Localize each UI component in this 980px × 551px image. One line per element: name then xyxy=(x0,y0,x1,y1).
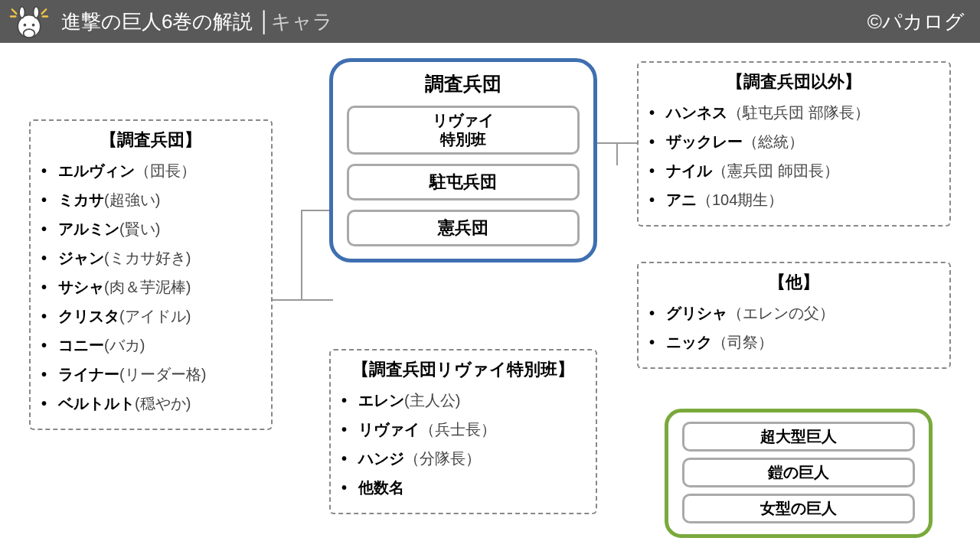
character-item: ナイル（憲兵団 師団長） xyxy=(649,156,939,185)
character-item: クリスタ(アイドル) xyxy=(41,302,260,331)
character-note: (リーダー格) xyxy=(119,366,206,383)
character-note: （エレンの父） xyxy=(727,305,835,321)
box-title: 【調査兵団】 xyxy=(41,129,260,152)
connector-line xyxy=(616,142,618,165)
svg-point-5 xyxy=(32,24,35,27)
titan-box: 女型の巨人 xyxy=(682,494,915,523)
character-note: （駐屯兵団 部隊長） xyxy=(727,104,870,121)
header-left: 進撃の巨人6巻の解説 │キャラ xyxy=(8,2,333,41)
character-name: リヴァイ xyxy=(358,421,420,438)
character-item: ザックレー（総統） xyxy=(649,127,939,156)
character-item: エレン(主人公) xyxy=(341,386,585,415)
character-item: ライナー(リーダー格) xyxy=(41,360,260,389)
character-note: （兵士長） xyxy=(420,421,496,438)
garrison-box: 駐屯兵団 xyxy=(347,164,580,201)
character-name: クリスタ xyxy=(58,308,119,324)
title-sub: キャラ xyxy=(271,10,333,33)
character-name: ミカサ xyxy=(58,191,104,208)
character-name: グリシャ xyxy=(666,305,727,321)
character-note: (肉＆芋泥棒) xyxy=(104,279,191,295)
character-item: ハンジ（分隊長） xyxy=(341,444,585,473)
character-item: ミカサ(超強い) xyxy=(41,185,260,214)
character-list: エレン(主人公)リヴァイ（兵士長）ハンジ（分隊長）他数名 xyxy=(341,386,585,502)
diagram-canvas: 【調査兵団】 エルヴィン（団長）ミカサ(超強い)アルミン(賢い)ジャン(ミカサ好… xyxy=(0,43,980,551)
character-note: (アイドル) xyxy=(119,308,191,324)
character-name: ニック xyxy=(666,334,712,350)
character-name: アルミン xyxy=(58,220,119,237)
connector-line xyxy=(301,210,332,211)
box-title: 【調査兵団以外】 xyxy=(649,70,939,93)
character-item: 他数名 xyxy=(341,473,585,502)
character-item: サシャ(肉＆芋泥棒) xyxy=(41,272,260,302)
character-name: ナイル xyxy=(666,162,712,179)
character-item: アニ（104期生） xyxy=(649,185,939,214)
levi-squad-members-box: 【調査兵団リヴァイ特別班】 エレン(主人公)リヴァイ（兵士長）ハンジ（分隊長）他… xyxy=(329,349,597,514)
character-name: ザックレー xyxy=(666,133,743,150)
character-name: エルヴィン xyxy=(58,162,135,179)
title-main: 進撃の巨人6巻の解説 xyxy=(61,10,253,33)
svg-point-3 xyxy=(24,29,35,37)
character-note: （憲兵団 師団長） xyxy=(712,162,839,179)
character-note: （104期生） xyxy=(697,191,783,208)
titan-box: 鎧の巨人 xyxy=(682,458,915,487)
levi-squad-box: リヴァイ 特別班 xyxy=(347,106,580,155)
character-item: アルミン(賢い) xyxy=(41,214,260,243)
character-list: ハンネス（駐屯兵団 部隊長）ザックレー（総統）ナイル（憲兵団 師団長）アニ（10… xyxy=(649,98,939,214)
character-item: コニー(バカ) xyxy=(41,331,260,360)
character-item: リヴァイ（兵士長） xyxy=(341,415,585,444)
connector-line xyxy=(301,210,302,301)
svg-point-2 xyxy=(34,7,39,18)
character-name: サシャ xyxy=(58,279,104,295)
character-name: ハンジ xyxy=(358,450,404,467)
character-note: (穏やか) xyxy=(135,395,191,412)
blue-title: 調査兵団 xyxy=(347,71,580,96)
title-sep: │ xyxy=(253,10,270,33)
svg-line-8 xyxy=(42,9,47,14)
character-note: (バカ) xyxy=(104,337,145,354)
character-list: グリシャ（エレンの父）ニック（司祭） xyxy=(649,298,939,357)
character-name: ベルトルト xyxy=(58,395,135,412)
character-name: アニ xyxy=(666,191,697,208)
connector-line xyxy=(272,299,333,301)
character-name: 他数名 xyxy=(358,479,404,496)
svg-line-6 xyxy=(12,9,17,14)
character-note: (ミカサ好き) xyxy=(104,249,191,266)
military-police-box: 憲兵団 xyxy=(347,210,580,246)
character-item: ジャン(ミカサ好き) xyxy=(41,243,260,272)
non-survey-corps-box: 【調査兵団以外】 ハンネス（駐屯兵団 部隊長）ザックレー（総統）ナイル（憲兵団 … xyxy=(637,61,951,227)
page-title: 進撃の巨人6巻の解説 │キャラ xyxy=(61,8,333,35)
character-item: エルヴィン（団長） xyxy=(41,156,260,185)
box-title: 【調査兵団リヴァイ特別班】 xyxy=(341,358,585,381)
svg-point-1 xyxy=(19,7,24,18)
page-header: 進撃の巨人6巻の解説 │キャラ ©パカログ xyxy=(0,0,980,43)
box-title: 【他】 xyxy=(649,271,939,294)
character-item: ベルトルト(穏やか) xyxy=(41,389,260,418)
character-name: エレン xyxy=(358,392,404,409)
survey-corps-box: 【調査兵団】 エルヴィン（団長）ミカサ(超強い)アルミン(賢い)ジャン(ミカサ好… xyxy=(29,119,273,430)
character-note: （総統） xyxy=(743,133,804,150)
titan-box: 超大型巨人 xyxy=(682,422,915,452)
others-box: 【他】 グリシャ（エレンの父）ニック（司祭） xyxy=(637,262,951,369)
character-name: コニー xyxy=(58,337,104,354)
military-branches-group: 調査兵団 リヴァイ 特別班 駐屯兵団 憲兵団 xyxy=(329,58,597,262)
titans-group: 超大型巨人鎧の巨人女型の巨人 xyxy=(665,409,933,538)
character-note: (賢い) xyxy=(119,220,160,237)
alpaca-logo-icon xyxy=(8,2,51,41)
character-note: (主人公) xyxy=(404,392,460,409)
character-list: エルヴィン（団長）ミカサ(超強い)アルミン(賢い)ジャン(ミカサ好き)サシャ(肉… xyxy=(41,156,260,418)
svg-point-4 xyxy=(24,24,27,27)
character-note: （団長） xyxy=(135,162,196,179)
character-note: （司祭） xyxy=(712,334,773,350)
character-item: グリシャ（エレンの父） xyxy=(649,298,939,328)
character-name: ハンネス xyxy=(666,104,727,121)
character-note: （分隊長） xyxy=(404,450,481,467)
character-name: ジャン xyxy=(58,249,104,266)
character-note: (超強い) xyxy=(104,191,160,208)
character-item: ニック（司祭） xyxy=(649,328,939,357)
character-item: ハンネス（駐屯兵団 部隊長） xyxy=(649,98,939,127)
character-name: ライナー xyxy=(58,366,119,383)
credit: ©パカログ xyxy=(867,8,965,35)
